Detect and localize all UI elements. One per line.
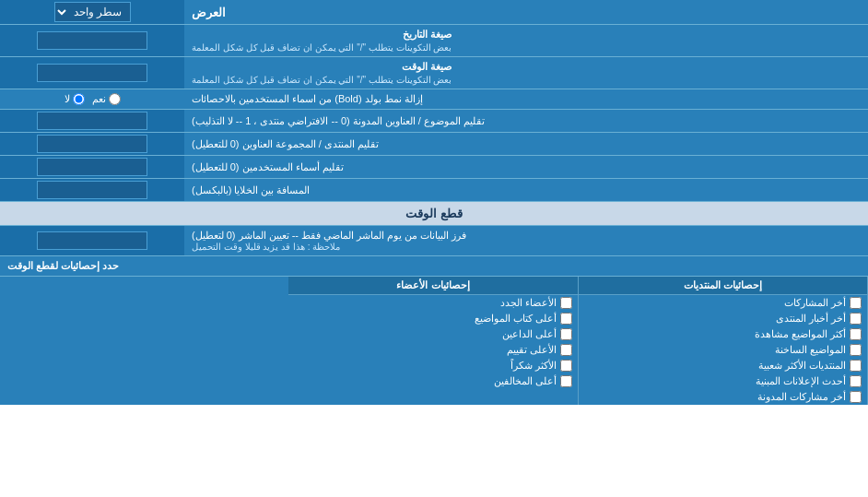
cb-top-violators-label: أعلى المخالفين xyxy=(494,375,557,387)
users-order-label: تقليم أسماء المستخدمين (0 للتعطيل) xyxy=(184,156,868,178)
cb-last-posts-input[interactable] xyxy=(850,297,862,309)
cell-spacing-row: المسافة بين الخلايا (بالبكسل) 2 xyxy=(0,179,868,202)
realtime-row: فرز البيانات من يوم الماشر الماضي فقط --… xyxy=(0,226,868,256)
cb-blog-posts: أخر مشاركات المدونة xyxy=(579,389,867,405)
cb-top-writers: أعلى كتاب المواضيع xyxy=(288,311,577,326)
time-format-sublabel: بعض التكوينات يتطلب "/" التي يمكن ان تضا… xyxy=(192,75,452,85)
cb-most-viewed-input[interactable] xyxy=(850,328,862,340)
realtime-note: ملاحظة : هذا قد يزيد قليلا وقت التحميل xyxy=(192,242,340,252)
cb-blog-posts-label: أخر مشاركات المدونة xyxy=(757,391,846,403)
cb-popular-forums: المنتديات الأكثر شعبية xyxy=(579,358,867,373)
cb-top-writers-label: أعلى كتاب المواضيع xyxy=(475,313,557,325)
cb-hot-topics-input[interactable] xyxy=(850,344,862,356)
cb-top-inviters: أعلى الداعين xyxy=(288,326,577,342)
stats-col-forums-header: إحصائيات المنتديات xyxy=(579,277,867,295)
stats-col-members-header: إحصائيات الأعضاء xyxy=(288,277,577,295)
cb-popular-forums-input[interactable] xyxy=(850,360,862,372)
cb-latest-announcements-label: أحدث الإعلانات المبنية xyxy=(756,375,846,387)
topics-order-row: تقليم الموضوع / العناوين المدونة (0 -- ا… xyxy=(0,110,868,133)
forum-order-input-cell: 33 xyxy=(0,133,184,155)
users-order-row: تقليم أسماء المستخدمين (0 للتعطيل) 0 xyxy=(0,156,868,179)
realtime-input[interactable]: 0 xyxy=(37,231,147,250)
bold-remove-radio-cell: نعم لا xyxy=(0,89,184,109)
cb-new-members-input[interactable] xyxy=(560,297,572,309)
forum-order-label: تقليم المنتدى / المجموعة العناوين (0 للت… xyxy=(184,133,868,155)
cb-forum-news-label: أخر أخبار المنتدى xyxy=(776,313,846,325)
users-order-input[interactable]: 0 xyxy=(37,158,147,176)
stats-col-forums: إحصائيات المنتديات أخر المشاركات أخر أخب… xyxy=(579,277,868,405)
cb-hot-topics: المواضيع الساخنة xyxy=(579,342,867,358)
radio-no-option: لا xyxy=(65,93,85,105)
cb-most-thanks-input[interactable] xyxy=(560,360,572,372)
cb-top-inviters-label: أعلى الداعين xyxy=(502,328,557,340)
cb-most-viewed-label: أكثر المواضيع مشاهدة xyxy=(755,328,846,340)
cb-most-viewed: أكثر المواضيع مشاهدة xyxy=(579,326,867,342)
cb-top-violators: أعلى المخالفين xyxy=(288,373,577,389)
cb-top-rated-label: الأعلى تقييم xyxy=(507,344,557,356)
cb-most-thanks-label: الأكثر شكراً xyxy=(510,360,557,372)
date-format-title: صيغة التاريخ xyxy=(403,29,452,40)
cb-most-thanks: الأكثر شكراً xyxy=(288,358,577,373)
forum-order-input[interactable]: 33 xyxy=(37,135,147,153)
realtime-label: فرز البيانات من يوم الماشر الماضي فقط --… xyxy=(184,226,868,255)
time-format-label: صيغة الوقت بعض التكوينات يتطلب "/" التي … xyxy=(184,57,868,89)
radio-yes-option: نعم xyxy=(92,93,121,105)
cell-spacing-input[interactable]: 2 xyxy=(37,181,147,199)
display-input-cell: سطر واحد xyxy=(0,0,184,24)
realtime-input-cell: 0 xyxy=(0,226,184,255)
cb-top-inviters-input[interactable] xyxy=(560,328,572,340)
cb-forum-news: أخر أخبار المنتدى xyxy=(579,311,867,326)
limit-row: حدد إحصائيات لقطع الوقت xyxy=(0,256,868,277)
realtime-title: فرز البيانات من يوم الماشر الماضي فقط --… xyxy=(192,230,466,242)
limit-label: حدد إحصائيات لقطع الوقت xyxy=(0,256,868,276)
cell-spacing-input-cell: 2 xyxy=(0,179,184,201)
radio-no[interactable] xyxy=(73,93,85,105)
cb-latest-announcements: أحدث الإعلانات المبنية xyxy=(579,373,867,389)
cb-blog-posts-input[interactable] xyxy=(850,391,862,403)
cb-new-members-label: الأعضاء الجدد xyxy=(500,297,557,309)
stats-col-empty xyxy=(0,277,288,405)
cb-forum-news-input[interactable] xyxy=(850,313,862,325)
cb-last-posts-label: أخر المشاركات xyxy=(784,297,846,309)
cb-popular-forums-label: المنتديات الأكثر شعبية xyxy=(758,360,846,372)
radio-yes-label: نعم xyxy=(92,93,106,105)
time-format-input[interactable]: H:i xyxy=(37,64,147,82)
display-select[interactable]: سطر واحد xyxy=(54,2,131,22)
time-format-row: صيغة الوقت بعض التكوينات يتطلب "/" التي … xyxy=(0,57,868,89)
cb-new-members: الأعضاء الجدد xyxy=(288,295,577,311)
realtime-section-header: قطع الوقت xyxy=(0,202,868,226)
topics-order-input-cell: 33 xyxy=(0,110,184,132)
display-row: العرض سطر واحد xyxy=(0,0,868,25)
time-format-title: صيغة الوقت xyxy=(402,61,452,72)
display-label: العرض xyxy=(184,0,868,24)
cb-top-rated-input[interactable] xyxy=(560,344,572,356)
cb-last-posts: أخر المشاركات xyxy=(579,295,867,311)
date-format-row: صيغة التاريخ بعض التكوينات يتطلب "/" الت… xyxy=(0,25,868,57)
cb-top-writers-input[interactable] xyxy=(560,313,572,325)
date-format-label: صيغة التاريخ بعض التكوينات يتطلب "/" الت… xyxy=(184,25,868,56)
bold-remove-row: إزالة نمط بولد (Bold) من اسماء المستخدمي… xyxy=(0,89,868,110)
radio-yes[interactable] xyxy=(109,93,121,105)
cb-hot-topics-label: المواضيع الساخنة xyxy=(775,344,846,356)
cb-top-violators-input[interactable] xyxy=(560,375,572,387)
stats-section: إحصائيات المنتديات أخر المشاركات أخر أخب… xyxy=(0,277,868,405)
date-format-sublabel: بعض التكوينات يتطلب "/" التي يمكن ان تضا… xyxy=(192,42,452,53)
users-order-input-cell: 0 xyxy=(0,156,184,178)
topics-order-label: تقليم الموضوع / العناوين المدونة (0 -- ا… xyxy=(184,110,868,132)
bold-remove-label: إزالة نمط بولد (Bold) من اسماء المستخدمي… xyxy=(184,89,868,109)
radio-no-label: لا xyxy=(65,93,70,105)
stats-col-members: إحصائيات الأعضاء الأعضاء الجدد أعلى كتاب… xyxy=(288,277,578,405)
time-format-input-cell: H:i xyxy=(0,57,184,89)
forum-order-row: تقليم المنتدى / المجموعة العناوين (0 للت… xyxy=(0,133,868,156)
cb-top-rated: الأعلى تقييم xyxy=(288,342,577,358)
date-format-input-cell: d-m xyxy=(0,25,184,56)
date-format-input[interactable]: d-m xyxy=(37,31,147,50)
cell-spacing-label: المسافة بين الخلايا (بالبكسل) xyxy=(184,179,868,201)
topics-order-input[interactable]: 33 xyxy=(37,112,147,130)
cb-latest-announcements-input[interactable] xyxy=(850,375,862,387)
